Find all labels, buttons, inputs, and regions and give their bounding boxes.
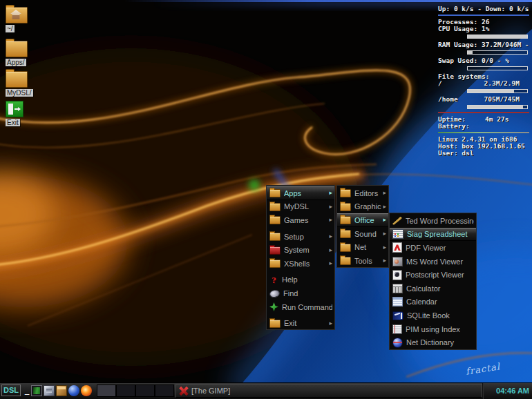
chevron-right-icon: ▸ [329, 320, 332, 327]
chevron-right-icon: ▸ [329, 233, 332, 240]
menu-item-exit[interactable]: Exit▸ [267, 316, 334, 330]
postscript-icon [392, 270, 402, 280]
firefox-icon[interactable] [81, 385, 92, 396]
chevron-right-icon: ▸ [329, 247, 332, 253]
menu-item-xshells[interactable]: XShells▸ [267, 257, 334, 271]
chevron-right-icon: ▸ [329, 260, 332, 266]
desktop-icon-apps[interactable]: Apps/ [3, 38, 35, 66]
folder-icon [340, 189, 351, 197]
folder-icon [340, 216, 351, 224]
menu-item-apps[interactable]: Apps▸ [267, 186, 334, 200]
menu-item-ms-word-viewer[interactable]: MS Word Viewer [390, 255, 476, 269]
msword-icon [392, 257, 403, 266]
menu-item-games[interactable]: Games▸ [267, 213, 334, 227]
swap-used: Swap Used: 0/0 - % [438, 57, 529, 64]
minimize-icon[interactable]: _ [23, 385, 31, 396]
home-folder-icon [6, 7, 28, 23]
menu-item-run-command[interactable]: Run Command [267, 300, 334, 314]
folder-icon [340, 230, 351, 238]
globe-icon [392, 338, 403, 348]
office-submenu: Ted Word Processing Siag Spreadsheet PDF… [389, 213, 477, 350]
folder-icon [269, 189, 281, 197]
ram-bar [467, 50, 528, 55]
user-info: User: dsl [438, 150, 529, 157]
pager-cell[interactable] [97, 385, 116, 397]
dsl-menu-button[interactable]: DSL [1, 385, 21, 396]
task-button-gimp[interactable]: [The GIMP] [175, 384, 482, 398]
desktop-icon-mydsl[interactable]: MyDSL/ [3, 68, 35, 97]
menu-item-pim-using-index[interactable]: PIM using Index [390, 322, 476, 336]
folder-icon [269, 203, 281, 211]
menu-item-net[interactable]: Net▸ [337, 240, 388, 254]
run-icon [269, 302, 278, 311]
ram-usage: RAM Usage: 37.2M/946M - 3% [438, 41, 529, 48]
menu-item-find[interactable]: Find [267, 286, 334, 300]
pager-cell[interactable] [155, 385, 174, 397]
filemanager-icon[interactable] [44, 385, 55, 396]
menu-item-graphics[interactable]: Graphics▸ [337, 200, 388, 214]
clock-divider [482, 383, 484, 399]
clock: 04:46 AM [496, 383, 529, 399]
icon-label: MyDSL/ [6, 89, 33, 97]
menu-item-net-dictionary[interactable]: Net Dictionary [390, 335, 476, 349]
fs-home-bar [467, 105, 528, 109]
fs-home: /home705M/745M [438, 96, 529, 103]
menu-item-tools[interactable]: Tools▸ [337, 254, 388, 268]
menu-item-calculator[interactable]: Calculator [390, 282, 476, 295]
menu-item-help[interactable]: ? Help [267, 273, 334, 287]
root-menu: Apps▸ MyDSL▸ Games▸ Setup▸ System▸ XShel… [266, 185, 335, 330]
gimp-icon [178, 387, 188, 396]
fs-root: /2.3M/2.9M [438, 80, 529, 87]
menu-item-office[interactable]: Office▸ [337, 213, 388, 227]
terminal-icon[interactable] [31, 385, 42, 396]
folder-icon [269, 260, 281, 268]
chevron-right-icon: ▸ [383, 244, 386, 251]
spreadsheet-icon [392, 229, 403, 239]
folder-icon [340, 244, 351, 252]
exit-icon [6, 101, 23, 117]
network-ball-icon[interactable] [68, 385, 79, 396]
find-icon [269, 289, 281, 299]
taskbar: DSL _ [The GIMP] 04:46 AM [0, 382, 532, 399]
swap-bar [467, 66, 528, 70]
chevron-right-icon: ▸ [383, 204, 386, 210]
desktop-icon-home[interactable]: ~/ [3, 4, 35, 32]
pdf-icon [392, 242, 402, 253]
divider-blue [438, 14, 529, 16]
workspace-pager [97, 385, 174, 397]
package-box-icon[interactable] [56, 385, 67, 396]
pencil-icon [392, 217, 402, 225]
chevron-right-icon: ▸ [383, 257, 386, 264]
menu-item-editors[interactable]: Editors▸ [337, 186, 388, 200]
apps-submenu: Editors▸ Graphics▸ Office▸ Sound▸ Net▸ T… [336, 185, 389, 268]
calculator-icon [392, 284, 403, 293]
chevron-right-icon: ▸ [383, 217, 386, 223]
menu-item-pdf-viewer[interactable]: PDF Viewer [390, 241, 476, 255]
fs-root-bar [467, 89, 528, 93]
task-label: [The GIMP] [191, 387, 230, 395]
menu-item-calendar[interactable]: Calendar [390, 295, 476, 309]
menu-item-mydsl[interactable]: MyDSL▸ [267, 200, 334, 214]
menu-item-siag-spreadsheet[interactable]: Siag Spreadsheet [390, 228, 476, 242]
book-icon [392, 311, 403, 320]
folder-icon [340, 257, 351, 265]
menu-item-setup[interactable]: Setup▸ [267, 230, 334, 244]
chevron-right-icon: ▸ [383, 231, 386, 237]
net-updown: Up: 0 k/s - Down: 0 k/s [438, 6, 529, 12]
folder-icon [6, 41, 28, 57]
menu-item-sound[interactable]: Sound▸ [337, 227, 388, 241]
menu-item-postscript-viewer[interactable]: Postscript Viewer [390, 268, 476, 282]
desktop-icon-exit[interactable]: Exit [3, 99, 35, 126]
menu-item-ted-word-processing[interactable]: Ted Word Processing [390, 214, 476, 228]
chevron-right-icon: ▸ [329, 190, 332, 196]
cpu-bar [467, 35, 528, 39]
card-icon [392, 324, 402, 334]
pager-cell[interactable] [116, 385, 135, 397]
pager-cell[interactable] [135, 385, 155, 397]
menu-item-system[interactable]: System▸ [267, 243, 334, 257]
system-red-icon [269, 246, 281, 255]
divider-red [438, 112, 529, 113]
folder-icon [269, 233, 281, 241]
menu-item-sqlite-book[interactable]: SQLite Book [390, 309, 476, 322]
divider-green [438, 132, 529, 133]
